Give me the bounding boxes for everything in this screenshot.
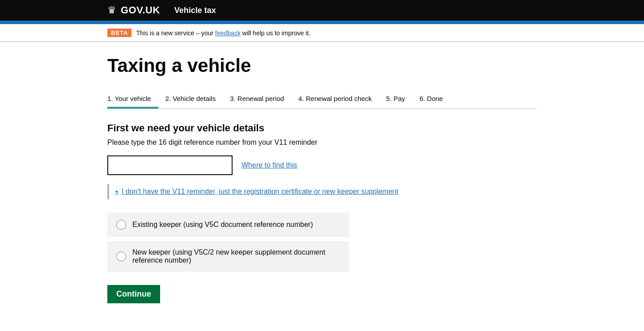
v11-input-group: Where to find this bbox=[107, 155, 537, 175]
continue-button[interactable]: Continue bbox=[107, 285, 160, 303]
radio-options-main: Existing keeper (using V5C document refe… bbox=[107, 213, 537, 272]
steps-list: 1. Your vehicle 2. Vehicle details 3. Re… bbox=[107, 89, 537, 109]
steps-nav: 1. Your vehicle 2. Vehicle details 3. Re… bbox=[107, 89, 537, 109]
step-2[interactable]: 2. Vehicle details bbox=[158, 89, 223, 109]
existing-keeper-label-main: Existing keeper (using V5C document refe… bbox=[132, 221, 313, 229]
page-title: Taxing a vehicle bbox=[107, 55, 537, 76]
step-1[interactable]: 1. Your vehicle bbox=[107, 89, 158, 109]
no-v11-details[interactable]: I don't have the V11 reminder, just the … bbox=[107, 184, 537, 199]
beta-text-after: will help us to improve it. bbox=[241, 29, 310, 37]
form-heading: First we need your vehicle details bbox=[107, 122, 537, 134]
existing-keeper-radio-main[interactable] bbox=[116, 220, 126, 230]
no-v11-summary[interactable]: I don't have the V11 reminder, just the … bbox=[114, 188, 531, 196]
new-keeper-radio-main[interactable] bbox=[116, 251, 126, 261]
feedback-link[interactable]: feedback bbox=[215, 29, 241, 37]
beta-text: This is a new service – your feedback wi… bbox=[136, 29, 310, 37]
gov-name: GOV.UK bbox=[121, 4, 160, 16]
new-keeper-option-main[interactable]: New keeper (using V5C/2 new keeper suppl… bbox=[107, 241, 349, 272]
step-5[interactable]: 5. Pay bbox=[379, 89, 412, 109]
service-title: Vehicle tax bbox=[174, 6, 216, 15]
beta-tag: BETA bbox=[107, 29, 131, 37]
site-header: ♛ GOV.UK Vehicle tax bbox=[0, 0, 644, 21]
gov-logo-link[interactable]: ♛ GOV.UK bbox=[107, 4, 160, 16]
main-content: Taxing a vehicle 1. Your vehicle 2. Vehi… bbox=[107, 42, 537, 330]
existing-keeper-option-main[interactable]: Existing keeper (using V5C document refe… bbox=[107, 213, 349, 237]
form-description: Please type the 16 digit reference numbe… bbox=[107, 138, 537, 147]
v11-reference-input[interactable] bbox=[107, 155, 233, 175]
beta-banner: BETA This is a new service – your feedba… bbox=[0, 24, 644, 42]
step-4[interactable]: 4. Renewal period check bbox=[291, 89, 379, 109]
step-3[interactable]: 3. Renewal period bbox=[223, 89, 291, 109]
blue-bar bbox=[0, 21, 644, 24]
beta-text-before: This is a new service – your bbox=[136, 29, 215, 37]
step-6[interactable]: 6. Done bbox=[412, 89, 450, 109]
where-to-find-link[interactable]: Where to find this bbox=[242, 161, 297, 169]
crown-icon: ♛ bbox=[107, 4, 116, 16]
new-keeper-label-main: New keeper (using V5C/2 new keeper suppl… bbox=[132, 248, 340, 264]
